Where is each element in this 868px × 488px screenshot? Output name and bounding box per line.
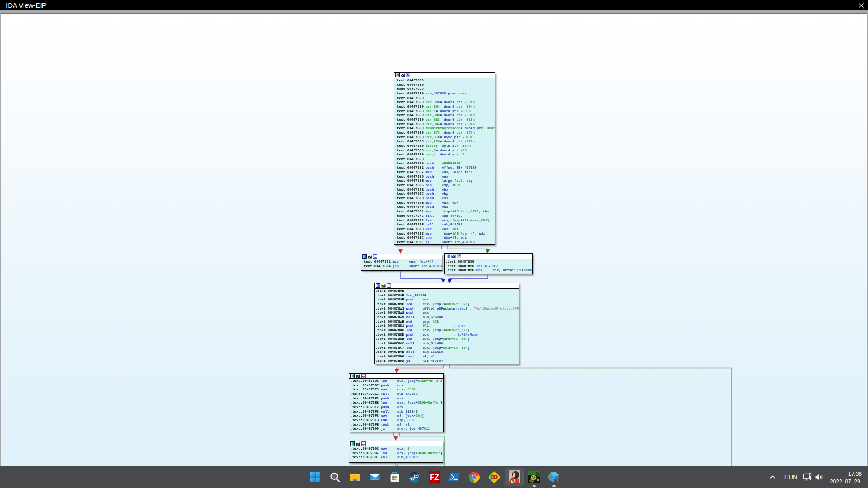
svg-text:FZ: FZ	[430, 474, 439, 481]
svg-text:6: 6	[514, 479, 516, 483]
